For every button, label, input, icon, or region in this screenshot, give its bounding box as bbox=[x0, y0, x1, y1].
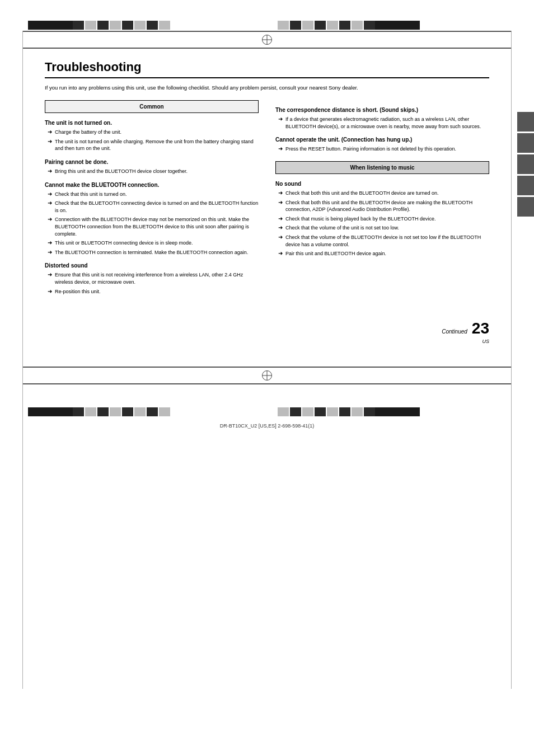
arrow-icon: ➜ bbox=[48, 240, 52, 247]
arrow-icon: ➜ bbox=[278, 190, 283, 197]
product-code: DR-BT10CX_U2 [US,ES] 2-698-598-41(1) bbox=[220, 423, 315, 429]
strip-right bbox=[278, 0, 534, 31]
left-column: Common The unit is not turned on. ➜ Char… bbox=[45, 100, 259, 297]
subsection-unit-not-turned-on: The unit is not turned on. bbox=[45, 120, 259, 126]
tab-5 bbox=[517, 197, 534, 217]
subsection-cannot-operate: Cannot operate the unit. (Connection has… bbox=[275, 137, 489, 143]
arrow-icon: ➜ bbox=[48, 138, 52, 152]
bullet-no-sound-6: ➜ Pair this unit and BLUETOOTH device ag… bbox=[275, 250, 489, 257]
bullet-distorted-2: ➜ Re-position this unit. bbox=[45, 288, 259, 295]
locale-label: US bbox=[482, 339, 489, 344]
left-border bbox=[22, 31, 23, 689]
arrow-icon: ➜ bbox=[48, 129, 52, 136]
page-title: Troubleshooting bbox=[45, 60, 489, 78]
bullet-bt-4: ➜ This unit or BLUETOOTH connecting devi… bbox=[45, 240, 259, 247]
bottom-strip-right bbox=[278, 387, 534, 417]
tab-3 bbox=[517, 154, 534, 174]
arrow-icon: ➜ bbox=[48, 168, 52, 175]
bullet-bring-closer: ➜ Bring this unit and the BLUETOOTH devi… bbox=[45, 168, 259, 175]
intro-text: If you run into any problems using this … bbox=[45, 84, 489, 92]
common-section-header: Common bbox=[45, 100, 259, 113]
bottom-strip-left bbox=[0, 387, 256, 417]
arrow-icon: ➜ bbox=[278, 145, 283, 153]
tab-1 bbox=[517, 112, 534, 132]
strip-left bbox=[0, 0, 256, 31]
bullet-correspondence-1: ➜ If a device that generates electromagn… bbox=[275, 116, 489, 130]
arrow-icon: ➜ bbox=[278, 250, 283, 257]
two-column-layout: Common The unit is not turned on. ➜ Char… bbox=[45, 100, 489, 297]
arrow-icon: ➜ bbox=[278, 234, 283, 248]
arrow-icon: ➜ bbox=[48, 271, 52, 285]
arrow-icon: ➜ bbox=[48, 191, 52, 198]
main-content: Troubleshooting If you run into any prob… bbox=[28, 49, 506, 355]
bullet-cannot-operate-1: ➜ Press the RESET button. Pairing inform… bbox=[275, 145, 489, 153]
bullet-no-sound-5: ➜ Check that the volume of the BLUETOOTH… bbox=[275, 234, 489, 248]
bullet-not-charging: ➜ The unit is not turned on while chargi… bbox=[45, 138, 259, 152]
bullet-no-sound-2: ➜ Check that both this unit and the BLUE… bbox=[275, 199, 489, 213]
registration-mark-top bbox=[262, 35, 272, 45]
arrow-icon: ➜ bbox=[48, 200, 52, 214]
subsection-correspondence: The correspondence distance is short. (S… bbox=[275, 107, 489, 113]
top-decoration bbox=[0, 0, 534, 31]
bullet-no-sound-3: ➜ Check that music is being played back … bbox=[275, 215, 489, 223]
music-section-header: When listening to music bbox=[275, 161, 489, 174]
arrow-icon: ➜ bbox=[278, 215, 283, 223]
arrow-icon: ➜ bbox=[278, 224, 283, 232]
bullet-no-sound-4: ➜ Check that the volume of the unit is n… bbox=[275, 224, 489, 232]
subsection-bt-connection: Cannot make the BLUETOOTH connection. bbox=[45, 182, 259, 188]
arrow-icon: ➜ bbox=[48, 216, 52, 237]
tab-2 bbox=[517, 133, 534, 153]
tab-4 bbox=[517, 176, 534, 195]
bullet-bt-5: ➜ The BLUETOOTH connection is terminated… bbox=[45, 249, 259, 256]
right-tabs bbox=[517, 112, 534, 217]
center-reg-top bbox=[256, 0, 278, 31]
center-bottom bbox=[256, 387, 278, 417]
arrow-icon: ➜ bbox=[48, 249, 52, 256]
bullet-distorted-1: ➜ Ensure that this unit is not receiving… bbox=[45, 271, 259, 285]
subsection-pairing: Pairing cannot be done. bbox=[45, 159, 259, 165]
subsection-distorted-sound: Distorted sound bbox=[45, 262, 259, 269]
bullet-charge-battery: ➜ Charge the battery of the unit. bbox=[45, 129, 259, 136]
bottom-section-bottom-line bbox=[22, 383, 512, 384]
arrow-icon: ➜ bbox=[48, 288, 52, 295]
registration-mark-bottom bbox=[262, 370, 272, 381]
bullet-no-sound-1: ➜ Check that both this unit and the BLUE… bbox=[275, 190, 489, 197]
page: Troubleshooting If you run into any prob… bbox=[0, 0, 534, 756]
bottom-decoration bbox=[0, 387, 534, 417]
bullet-bt-2: ➜ Check that the BLUETOOTH connecting de… bbox=[45, 200, 259, 214]
page-number: 23 bbox=[472, 320, 489, 337]
subsection-no-sound: No sound bbox=[275, 181, 489, 187]
arrow-icon: ➜ bbox=[278, 199, 283, 213]
right-border bbox=[511, 31, 512, 689]
arrow-icon: ➜ bbox=[278, 116, 283, 130]
continued-label: Continued bbox=[442, 328, 467, 335]
bullet-bt-1: ➜ Check that this unit is turned on. bbox=[45, 191, 259, 198]
bullet-bt-3: ➜ Connection with the BLUETOOTH device m… bbox=[45, 216, 259, 237]
right-column: The correspondence distance is short. (S… bbox=[275, 100, 489, 297]
